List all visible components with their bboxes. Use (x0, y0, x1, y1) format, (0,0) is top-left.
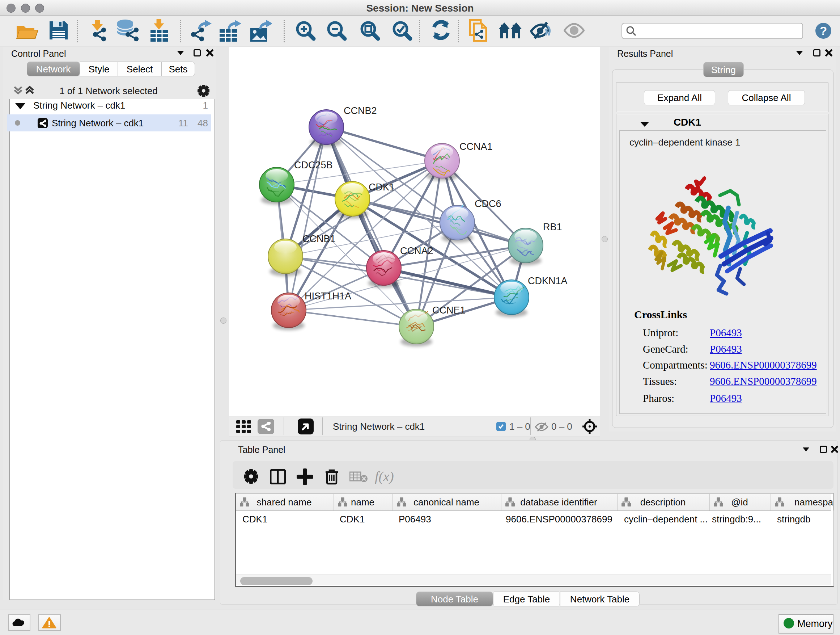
svg-text:HIST1H1A: HIST1H1A (305, 291, 351, 302)
svg-text:CDC25B: CDC25B (294, 160, 333, 171)
svg-text:CCNA2: CCNA2 (400, 245, 433, 256)
svg-text:CCNB2: CCNB2 (344, 105, 377, 116)
svg-text:RB1: RB1 (543, 222, 562, 233)
svg-text:CCNA1: CCNA1 (459, 141, 493, 152)
svg-text:CCNB1: CCNB1 (302, 233, 336, 244)
svg-text:CDKN1A: CDKN1A (528, 276, 568, 287)
svg-text:CDC6: CDC6 (475, 198, 501, 209)
svg-text:CCNE1: CCNE1 (432, 305, 466, 316)
svg-text:CDK1: CDK1 (369, 182, 395, 193)
